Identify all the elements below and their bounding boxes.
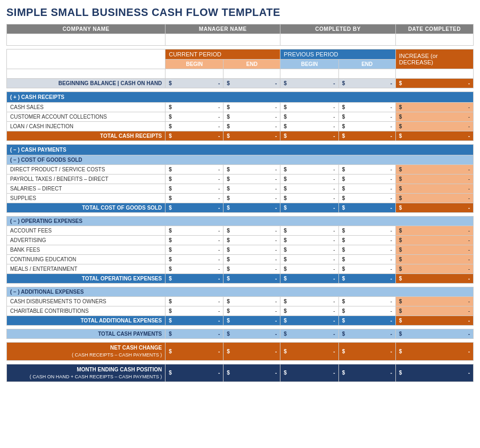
- bb-prev-end-dollar: $: [338, 79, 350, 88]
- period-headers-row: CURRENT PERIOD PREVIOUS PERIOD INCREASE …: [7, 49, 474, 60]
- total-additional-row: TOTAL ADDITIONAL EXPENSES $- $- $- $- $-: [7, 316, 474, 326]
- direct-product-label: DIRECT PRODUCT / SERVICE COSTS: [7, 165, 165, 175]
- total-cash-receipts-row: TOTAL CASH RECEIPTS $- $- $- $- $-: [7, 131, 474, 141]
- header-labels-row: COMPANY NAME MANAGER NAME COMPLETED BY D…: [7, 24, 474, 34]
- cash-disbursements-row: CASH DISBURSEMENTS TO OWNERS $- $- $- $-…: [7, 297, 474, 306]
- cash-sales-row: CASH SALES $- $- $- $- $-: [7, 103, 474, 112]
- date-completed-input[interactable]: [395, 34, 473, 46]
- net-cash-change-row: NET CASH CHANGE ( CASH RECEIPTS – CASH P…: [7, 343, 474, 361]
- cash-disbursements-label: CASH DISBURSEMENTS TO OWNERS: [7, 297, 165, 306]
- charitable-contributions-row: CHARITABLE CONTRIBUTIONS $- $- $- $- $-: [7, 306, 474, 316]
- salaries-direct-label: SALARIES – DIRECT: [7, 184, 165, 194]
- spacer-1: [7, 46, 474, 49]
- page-title: SIMPLE SMALL BUSINESS CASH FLOW TEMPLATE: [6, 6, 474, 19]
- bank-fees-label: BANK FEES: [7, 245, 165, 255]
- spacer-5: [7, 284, 474, 287]
- additional-header-row: ( – ) ADDITIONAL EXPENSES: [7, 287, 474, 297]
- manager-name-label: MANAGER NAME: [165, 24, 280, 34]
- total-operating-label: TOTAL OPERATING EXPENSES: [7, 274, 165, 284]
- operating-header-row: ( – ) OPERATING EXPENSES: [7, 217, 474, 226]
- advertising-row: ADVERTISING $- $- $- $- $-: [7, 236, 474, 245]
- meals-entertainment-label: MEALS / ENTERTAINMENT: [7, 264, 165, 274]
- cash-payments-header: ( – ) CASH PAYMENTS: [7, 145, 474, 155]
- payroll-taxes-label: PAYROLL TAXES / BENEFITS – DIRECT: [7, 175, 165, 184]
- advertising-label: ADVERTISING: [7, 236, 165, 245]
- cash-receipts-header-row: ( + ) CASH RECEIPTS: [7, 92, 474, 103]
- direct-product-row: DIRECT PRODUCT / SERVICE COSTS $- $- $- …: [7, 165, 474, 175]
- bb-increase-val[interactable]: -: [411, 79, 473, 88]
- current-end-label: END: [224, 60, 280, 69]
- current-begin-label: BEGIN: [165, 60, 224, 69]
- bb-prev-begin-val[interactable]: -: [293, 79, 338, 88]
- bb-prev-end-val[interactable]: -: [350, 79, 395, 88]
- month-ending-row: MONTH ENDING CASH POSITION ( CASH ON HAN…: [7, 364, 474, 382]
- total-cash-payments-row: TOTAL CASH PAYMENTS $- $- $- $- $-: [7, 329, 474, 339]
- manager-name-input[interactable]: [165, 34, 280, 46]
- cogs-header: ( – ) COST OF GOODS SOLD: [7, 155, 474, 165]
- total-operating-row: TOTAL OPERATING EXPENSES $- $- $- $- $-: [7, 274, 474, 284]
- bb-increase-dollar: $: [395, 79, 411, 88]
- total-additional-label: TOTAL ADDITIONAL EXPENSES: [7, 316, 165, 326]
- total-cogs-row: TOTAL COST OF GOODS SOLD $- $- $- $- $-: [7, 203, 474, 213]
- customer-collections-row: CUSTOMER ACCOUNT COLLECTIONS $- $- $- $-…: [7, 112, 474, 122]
- spacer-7: [7, 339, 474, 343]
- additional-header: ( – ) ADDITIONAL EXPENSES: [7, 287, 474, 297]
- supplies-label: SUPPLIES: [7, 194, 165, 203]
- payroll-taxes-row: PAYROLL TAXES / BENEFITS – DIRECT $- $- …: [7, 175, 474, 184]
- bank-fees-row: BANK FEES $- $- $- $- $-: [7, 245, 474, 255]
- operating-header: ( – ) OPERATING EXPENSES: [7, 217, 474, 226]
- total-cogs-label: TOTAL COST OF GOODS SOLD: [7, 203, 165, 213]
- account-fees-label: ACCOUNT FEES: [7, 226, 165, 236]
- bb-prev-begin-dollar: $: [280, 79, 293, 88]
- previous-begin-label: BEGIN: [280, 60, 338, 69]
- date-completed-label: DATE COMPLETED: [395, 24, 473, 34]
- continuing-education-label: CONTINUING EDUCATION: [7, 255, 165, 264]
- charitable-contributions-label: CHARITABLE CONTRIBUTIONS: [7, 306, 165, 316]
- completed-by-label: COMPLETED BY: [280, 24, 395, 34]
- continuing-education-row: CONTINUING EDUCATION $- $- $- $- $-: [7, 255, 474, 264]
- company-name-input[interactable]: [7, 34, 165, 46]
- period-input-row[interactable]: [7, 69, 474, 79]
- loan-injection-label: LOAN / CASH INJECTION: [7, 122, 165, 131]
- total-cash-receipts-label: TOTAL CASH RECEIPTS: [7, 131, 165, 141]
- bb-cur-end-val[interactable]: -: [235, 79, 280, 88]
- completed-by-input[interactable]: [280, 34, 395, 46]
- beginning-balance-row: BEGINNING BALANCE | CASH ON HAND $ - $ -…: [7, 79, 474, 88]
- previous-end-label: END: [338, 60, 395, 69]
- customer-collections-label: CUSTOMER ACCOUNT COLLECTIONS: [7, 112, 165, 122]
- supplies-row: SUPPLIES $- $- $- $- $-: [7, 194, 474, 203]
- spacer-8: [7, 360, 474, 364]
- company-name-label: COMPANY NAME: [7, 24, 165, 34]
- previous-period-header: PREVIOUS PERIOD: [280, 49, 395, 60]
- header-input-row[interactable]: [7, 34, 474, 46]
- cogs-header-row: ( – ) COST OF GOODS SOLD: [7, 155, 474, 165]
- salaries-direct-row: SALARIES – DIRECT $- $- $- $- $-: [7, 184, 474, 194]
- cash-receipts-header: ( + ) CASH RECEIPTS: [7, 92, 474, 103]
- net-cash-change-label: NET CASH CHANGE ( CASH RECEIPTS – CASH P…: [7, 343, 165, 361]
- spacer-6: [7, 326, 474, 329]
- bb-cur-end-dollar: $: [224, 79, 235, 88]
- cash-payments-header-row: ( – ) CASH PAYMENTS: [7, 145, 474, 155]
- loan-injection-row: LOAN / CASH INJECTION $- $- $- $- $-: [7, 122, 474, 131]
- current-period-header: CURRENT PERIOD: [165, 49, 280, 60]
- beginning-balance-label: BEGINNING BALANCE | CASH ON HAND: [7, 79, 165, 88]
- month-ending-label: MONTH ENDING CASH POSITION ( CASH ON HAN…: [7, 364, 165, 382]
- bb-cur-begin-dollar: $: [165, 79, 178, 88]
- bb-cur-begin-val[interactable]: -: [178, 79, 224, 88]
- meals-entertainment-row: MEALS / ENTERTAINMENT $- $- $- $- $-: [7, 264, 474, 274]
- spacer-4: [7, 213, 474, 217]
- total-cash-payments-label: TOTAL CASH PAYMENTS: [7, 329, 165, 339]
- account-fees-row: ACCOUNT FEES $- $- $- $- $-: [7, 226, 474, 236]
- spacer-3: [7, 141, 474, 145]
- cash-sales-label: CASH SALES: [7, 103, 165, 112]
- increase-header: INCREASE (or DECREASE): [395, 49, 473, 69]
- spacer-2: [7, 88, 474, 92]
